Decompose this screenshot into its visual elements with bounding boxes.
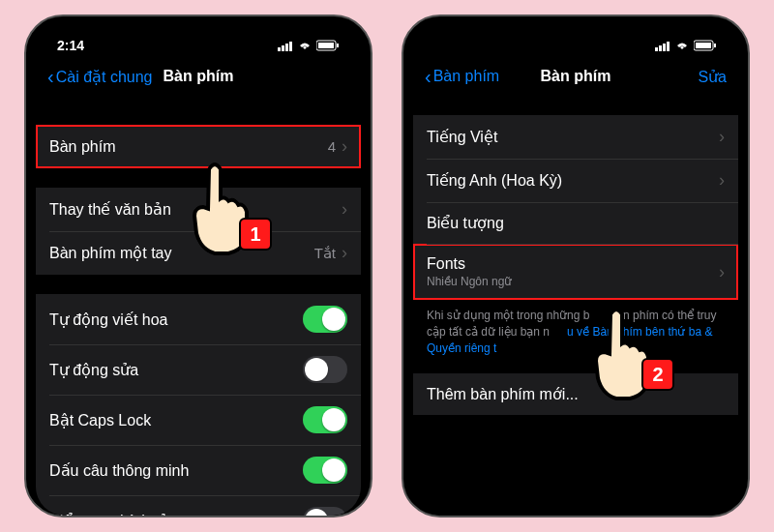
row-caps-lock[interactable]: Bật Caps Lock (36, 395, 361, 445)
toggle-switch[interactable] (303, 457, 347, 484)
row-label: Tiếng Việt (427, 128, 497, 146)
chevron-left-icon: ‹ (425, 67, 432, 86)
svg-rect-7 (655, 47, 658, 51)
nav-bar: ‹Cài đặt chung Bàn phím (36, 61, 361, 96)
row-lang-vietnamese[interactable]: Tiếng Việt › (413, 115, 738, 159)
page-title: Bàn phím (164, 68, 234, 85)
svg-rect-3 (289, 42, 292, 51)
row-value: Tắt (314, 245, 336, 262)
row-label: Bàn phím (49, 138, 115, 156)
signal-icon (278, 41, 293, 51)
chevron-right-icon: › (342, 136, 347, 157)
row-value: 4 (328, 138, 336, 155)
svg-rect-2 (285, 44, 288, 51)
page-title: Bàn phím (541, 68, 611, 85)
notch (503, 26, 648, 49)
footer-note: Khi sử dụng một trong những bxxx bàn phí… (413, 300, 738, 356)
svg-rect-1 (282, 45, 284, 51)
toggle-switch[interactable] (303, 306, 347, 333)
row-label: Fonts (427, 255, 512, 273)
row-label: Tiếng Anh (Hoa Kỳ) (427, 171, 562, 190)
chevron-right-icon: › (719, 170, 725, 191)
phone-right: ‹Bàn phím Bàn phím Sửa Tiếng Việt › Tiến… (402, 15, 750, 517)
edit-button[interactable]: Sửa (698, 68, 727, 86)
signal-icon (655, 41, 670, 51)
svg-rect-13 (714, 44, 716, 47)
row-auto-correct[interactable]: Tự động sửa (36, 344, 361, 395)
svg-rect-5 (318, 43, 334, 48)
phone-left: 2:14 ‹Cài đặt chung Bàn phím Bàn phím 4›… (24, 15, 372, 517)
svg-rect-8 (659, 45, 662, 51)
svg-rect-9 (663, 44, 666, 51)
toggle-switch[interactable] (303, 356, 347, 383)
row-label: Tự động viết hoa (49, 310, 168, 329)
chevron-right-icon: › (719, 262, 725, 282)
back-label: Bàn phím (433, 68, 499, 85)
toggle-switch[interactable] (303, 406, 347, 433)
chevron-right-icon: › (719, 127, 725, 147)
row-label: Biểu tượng (427, 214, 504, 232)
svg-rect-10 (667, 42, 670, 51)
wifi-icon (297, 40, 313, 51)
back-label: Cài đặt chung (56, 68, 153, 86)
row-label: Thêm bàn phím mới... (427, 385, 579, 403)
row-label: Tự động sửa (49, 361, 138, 379)
battery-icon (316, 40, 340, 51)
row-label: Bật Caps Lock (49, 411, 151, 429)
step-badge: 1 (241, 220, 270, 249)
row-label: Bàn phím một tay (49, 244, 172, 262)
row-label: Kiểm tra chính tả (49, 512, 168, 517)
row-label: Dấu câu thông minh (49, 461, 189, 480)
row-add-keyboard[interactable]: Thêm bàn phím mới... (413, 373, 738, 415)
toggle-switch[interactable] (303, 507, 347, 516)
row-fonts[interactable]: Fonts Nhiều Ngôn ngữ › (413, 244, 738, 300)
notch (126, 26, 271, 49)
row-one-handed[interactable]: Bàn phím một tay Tắt› (36, 231, 361, 275)
nav-bar: ‹Bàn phím Bàn phím Sửa (413, 61, 738, 96)
row-keyboards[interactable]: Bàn phím 4› (36, 125, 361, 168)
chevron-right-icon: › (342, 199, 347, 220)
svg-rect-12 (696, 43, 711, 48)
row-auto-capitalize[interactable]: Tự động viết hoa (36, 294, 361, 344)
battery-icon (694, 40, 717, 51)
chevron-right-icon: › (342, 243, 347, 263)
step-badge: 2 (643, 360, 672, 389)
row-lang-english-us[interactable]: Tiếng Anh (Hoa Kỳ) › (413, 159, 738, 202)
row-smart-punctuation[interactable]: Dấu câu thông minh (36, 445, 361, 495)
status-time (434, 38, 438, 53)
svg-rect-6 (337, 44, 339, 47)
row-sublabel: Nhiều Ngôn ngữ (427, 275, 512, 288)
status-time: 2:14 (57, 38, 84, 53)
chevron-left-icon: ‹ (47, 67, 54, 86)
back-button[interactable]: ‹Cài đặt chung (47, 67, 153, 86)
back-button[interactable]: ‹Bàn phím (425, 67, 499, 86)
row-spell-check[interactable]: Kiểm tra chính tả (36, 495, 361, 516)
row-label: Thay thế văn bản (49, 200, 171, 219)
row-emoji[interactable]: Biểu tượng (413, 202, 738, 244)
svg-rect-0 (278, 47, 281, 51)
wifi-icon (674, 40, 690, 51)
row-text-replacement[interactable]: Thay thế văn bản › (36, 188, 361, 231)
